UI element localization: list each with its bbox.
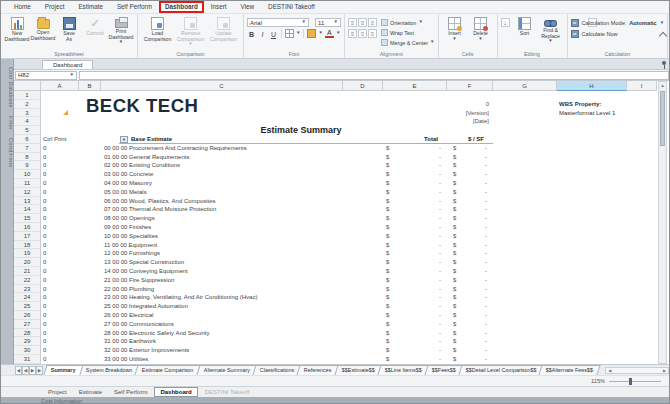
scroll-up-icon[interactable]: ▲ <box>659 82 666 90</box>
zoom-slider-thumb[interactable] <box>629 378 632 385</box>
sort-button[interactable]: Sort <box>512 16 538 37</box>
row-number-29[interactable]: 29 <box>14 337 41 346</box>
sheet-tab-alternate-summary[interactable]: Alternate Summary <box>196 365 257 375</box>
cell-a-value[interactable]: 0 <box>43 293 46 302</box>
column-header-b[interactable]: B <box>79 81 101 91</box>
row-number-26[interactable]: 26 <box>14 311 41 320</box>
row-number-21[interactable]: 21 <box>14 267 41 276</box>
cell-a-value[interactable]: 0 <box>43 161 46 170</box>
line-item-description[interactable]: 05 00 00 Metals <box>104 188 147 197</box>
italic-button[interactable]: I <box>258 29 267 38</box>
line-item-description[interactable]: 21 00 00 Fire Suppression <box>104 276 174 285</box>
filter-dropdown-icon[interactable]: ▼ <box>120 136 128 143</box>
sheet-nav-next-icon[interactable]: ▶ <box>29 366 36 375</box>
row-number-13[interactable]: 13 <box>14 197 41 206</box>
line-item-description[interactable]: 27 00 00 Communications <box>104 320 174 329</box>
sheet-tab-summary[interactable]: Summary <box>43 365 83 375</box>
align-middle-icon[interactable]: ≡ <box>358 18 367 27</box>
collapse-ribbon-icon[interactable] <box>659 30 667 38</box>
line-item-description[interactable]: 01 00 00 General Requirements <box>104 153 189 162</box>
find-replace-button[interactable]: Find & Replace▼ <box>538 16 564 44</box>
menu-item-view[interactable]: View <box>234 1 262 13</box>
line-item-description[interactable]: 09 00 00 Finishes <box>104 223 151 232</box>
row-number-24[interactable]: 24 <box>14 293 41 302</box>
horizontal-scrollbar[interactable]: ◀ ▶ <box>605 367 669 374</box>
line-item-description[interactable]: 04 00 00 Masonry <box>104 179 152 188</box>
cell-a-value[interactable]: 0 <box>43 214 46 223</box>
insert-button[interactable]: Insert▼ <box>442 16 468 41</box>
row-number-16[interactable]: 16 <box>14 223 41 232</box>
row-number-7[interactable]: 7 <box>14 144 41 153</box>
font-color-icon[interactable]: A <box>325 29 334 38</box>
cell-a-value[interactable]: 0 <box>43 241 46 250</box>
line-item-description[interactable]: 08 00 00 Openings <box>104 214 155 223</box>
document-tab-dashboard[interactable]: Dashboard <box>42 60 93 69</box>
sheet-tab-$$alternate-fees$$[interactable]: $$Alternate Fees$$ <box>539 365 601 375</box>
font-size-select[interactable]: 11▼ <box>315 18 341 27</box>
save-as-button[interactable]: Save As <box>56 16 82 42</box>
cell-a-value[interactable]: 0 <box>43 170 46 179</box>
align-top-icon[interactable]: ≡ <box>348 18 357 27</box>
sheet-tab-references[interactable]: References <box>297 365 340 375</box>
sheet-tab-estimate-comparison[interactable]: Estimate Comparison <box>134 365 201 375</box>
column-header-c[interactable]: C <box>101 81 343 91</box>
cell-a-value[interactable]: 0 <box>43 337 46 346</box>
row-number-31[interactable]: 31 <box>14 355 41 364</box>
row-number-15[interactable]: 15 <box>14 214 41 223</box>
sheet-tab-$$line-items$$[interactable]: $$Line Items$$ <box>377 365 429 375</box>
font-family-select[interactable]: Arial▼ <box>247 18 309 27</box>
row-number-10[interactable]: 10 <box>14 170 41 179</box>
line-item-description[interactable]: 32 00 00 Exterior Improvements <box>104 346 189 355</box>
sheet-tab-$$detail-level-comparison$$[interactable]: $$Detail Level Comparison$$ <box>458 365 544 375</box>
delete-button[interactable]: Delete▼ <box>468 16 494 41</box>
row-number-8[interactable]: 8 <box>14 153 41 162</box>
cell-a-value[interactable]: 0 <box>43 311 46 320</box>
menu-item-home[interactable]: Home <box>7 1 38 13</box>
sheet-tab-system-breakdown[interactable]: System Breakdown <box>78 365 140 375</box>
align-center-icon[interactable]: ≡ <box>358 29 367 38</box>
orientation-button[interactable]: Orientation▼ <box>381 18 435 27</box>
formula-input[interactable] <box>79 71 669 80</box>
line-item-description[interactable]: 12 00 00 Furnishings <box>104 249 160 258</box>
line-item-description[interactable]: 26 00 00 Electrical <box>104 311 153 320</box>
merge-center-button[interactable]: Merge & Center▼ <box>381 38 435 47</box>
sheet-tab-classifications[interactable]: Classifications <box>252 365 302 375</box>
load-comparison-button[interactable]: Load Comparison <box>141 16 174 42</box>
line-item-description[interactable]: 02 00 00 Existing Conditions <box>104 161 180 170</box>
cell-a-value[interactable]: 0 <box>43 302 46 311</box>
column-header-e[interactable]: E <box>383 81 447 91</box>
module-tab-self-perform[interactable]: Self Perform <box>109 388 152 396</box>
borders-icon[interactable] <box>285 29 294 38</box>
calculate-now-button[interactable]: =Calculate Now <box>571 30 665 38</box>
name-box-dropdown-icon[interactable]: ▼ <box>70 73 74 78</box>
pin-icon[interactable] <box>661 61 667 69</box>
row-number-27[interactable]: 27 <box>14 320 41 329</box>
align-left-icon[interactable]: ≡ <box>348 29 357 38</box>
row-number-5[interactable]: 5 <box>14 126 41 135</box>
cell-a-value[interactable]: 0 <box>43 276 46 285</box>
row-number-19[interactable]: 19 <box>14 249 41 258</box>
row-number-20[interactable]: 20 <box>14 258 41 267</box>
line-item-description[interactable]: 06 00 00 Wood, Plastics, And Composites <box>104 197 216 206</box>
ctrl-print-cell[interactable]: Ctrl Print <box>43 135 66 144</box>
line-item-description[interactable]: 23 00 00 Heating, Ventilating, And Air C… <box>104 293 257 302</box>
row-number-30[interactable]: 30 <box>14 346 41 355</box>
line-item-description[interactable]: 03 00 00 Concrete <box>104 170 153 179</box>
line-item-description[interactable]: 10 00 00 Specialties <box>104 232 158 241</box>
cell-a-value[interactable]: 0 <box>43 232 46 241</box>
align-right-icon[interactable]: ≡ <box>368 29 377 38</box>
line-item-description[interactable]: 00 00 00 Procurement And Contracting Req… <box>104 144 247 153</box>
line-item-description[interactable]: 25 00 00 Integrated Automation <box>104 302 188 311</box>
row-number-22[interactable]: 22 <box>14 276 41 285</box>
line-item-description[interactable]: 22 00 00 Plumbing <box>104 285 154 294</box>
row-number-2[interactable]: 2 <box>14 100 41 109</box>
line-item-description[interactable]: 33 00 00 Utilities <box>104 355 148 364</box>
cell-a-value[interactable]: 0 <box>43 258 46 267</box>
cell-a-value[interactable]: 0 <box>43 249 46 258</box>
cell-a-value[interactable]: 0 <box>43 179 46 188</box>
new-dashboard-button[interactable]: New Dashboard <box>4 16 30 42</box>
row-number-25[interactable]: 25 <box>14 302 41 311</box>
cell-a-value[interactable]: 0 <box>43 153 46 162</box>
row-number-11[interactable]: 11 <box>14 179 41 188</box>
cell-a-value[interactable]: 0 <box>43 346 46 355</box>
